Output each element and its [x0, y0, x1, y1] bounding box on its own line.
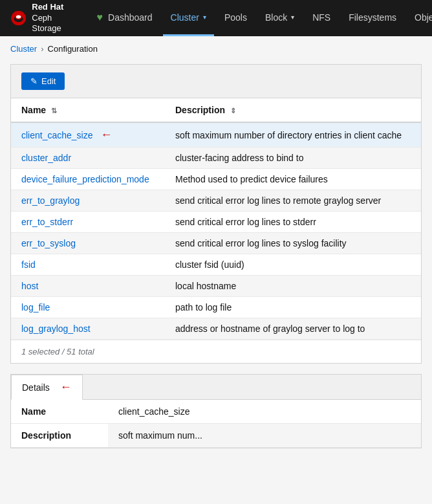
table-row[interactable]: err_to_stderrsend critical error log lin…	[11, 212, 421, 233]
table-cell-description: soft maximum number of directory entries…	[165, 122, 421, 148]
detail-label-description: Description	[11, 424, 108, 448]
redhat-logo-icon	[10, 6, 27, 30]
details-tabs: Details ←	[11, 375, 421, 400]
edit-icon: ✎	[30, 76, 38, 86]
details-content: Name client_cache_size Description soft …	[11, 400, 421, 448]
breadcrumb: Cluster › Configuration	[10, 44, 422, 54]
details-table: Name client_cache_size Description soft …	[11, 400, 421, 448]
table-row[interactable]: log_filepath to log file	[11, 297, 421, 318]
table-cell-description: Method used to predict device failures	[165, 169, 421, 190]
breadcrumb-parent[interactable]: Cluster	[10, 44, 37, 54]
nav-item-nfs[interactable]: NFS	[305, 0, 338, 36]
table-body: client_cache_size←soft maximum number of…	[11, 122, 421, 340]
cluster-dropdown-icon: ▾	[203, 14, 206, 21]
table-cell-name: err_to_stderr	[11, 212, 165, 233]
table-header-row: Name ⇅ Description ⇕	[11, 98, 421, 122]
config-table-section: ✎ Edit Name ⇅ Description ⇕	[10, 64, 422, 364]
table-row[interactable]: device_failure_prediction_modeMethod use…	[11, 169, 421, 190]
table-cell-name: err_to_graylog	[11, 190, 165, 212]
detail-value-description: soft maximum num...	[108, 424, 421, 448]
table-row[interactable]: fsidcluster fsid (uuid)	[11, 254, 421, 276]
nav-item-block[interactable]: Block ▾	[257, 0, 302, 36]
table-cell-name: err_to_syslog	[11, 233, 165, 254]
edit-button[interactable]: ✎ Edit	[21, 72, 65, 90]
col-header-name[interactable]: Name ⇅	[11, 98, 165, 122]
table-row[interactable]: client_cache_size←soft maximum number of…	[11, 122, 421, 148]
table-row[interactable]: cluster_addrcluster-facing address to bi…	[11, 148, 421, 169]
table-footer: 1 selected / 51 total	[11, 340, 421, 363]
topbar: Red Hat Ceph Storage ♥ Dashboard Cluster…	[0, 0, 432, 36]
page-content: Cluster › Configuration ✎ Edit Name ⇅ De…	[0, 36, 432, 456]
table-cell-description: path to log file	[165, 297, 421, 318]
nav-item-filesystems[interactable]: Filesystems	[341, 0, 404, 36]
logo: Red Hat Ceph Storage	[10, 2, 69, 35]
table-cell-description: cluster fsid (uuid)	[165, 254, 421, 276]
detail-row-name: Name client_cache_size	[11, 400, 421, 424]
block-dropdown-icon: ▾	[291, 14, 294, 21]
nav-item-pools[interactable]: Pools	[217, 0, 255, 36]
nav-item-dashboard[interactable]: ♥ Dashboard	[89, 0, 160, 36]
main-nav: ♥ Dashboard Cluster ▾ Pools Block ▾ NFS …	[89, 0, 432, 36]
heartbeat-icon: ♥	[97, 12, 103, 23]
table-cell-name: fsid	[11, 254, 165, 276]
table-toolbar: ✎ Edit	[11, 65, 421, 98]
description-sort-icon: ⇕	[230, 107, 236, 115]
detail-value-name: client_cache_size	[108, 400, 421, 424]
details-arrow-indicator: ←	[60, 380, 72, 394]
detail-label-name: Name	[11, 400, 108, 424]
row-arrow-indicator: ←	[101, 128, 113, 142]
breadcrumb-current: Configuration	[48, 44, 98, 54]
svg-point-3	[16, 16, 21, 19]
table-cell-description: send critical error log lines to stderr	[165, 212, 421, 233]
logo-text: Red Hat Ceph Storage	[32, 2, 68, 35]
breadcrumb-separator: ›	[41, 44, 43, 54]
nav-item-object-gateway[interactable]: Object Gateway ▾	[407, 0, 432, 36]
tab-details[interactable]: Details ←	[11, 375, 83, 400]
name-sort-icon: ⇅	[51, 107, 57, 115]
table-cell-name: cluster_addr	[11, 148, 165, 169]
table-cell-name: client_cache_size←	[11, 122, 165, 148]
col-header-description[interactable]: Description ⇕	[165, 98, 421, 122]
table-cell-name: device_failure_prediction_mode	[11, 169, 165, 190]
table-row[interactable]: hostlocal hostname	[11, 276, 421, 297]
detail-row-description: Description soft maximum num...	[11, 424, 421, 448]
table-row[interactable]: log_graylog_hostaddress or hostname of g…	[11, 318, 421, 340]
config-table: Name ⇅ Description ⇕ client_cache_size←s…	[11, 98, 421, 340]
table-cell-name: log_graylog_host	[11, 318, 165, 340]
table-cell-description: cluster-facing address to bind to	[165, 148, 421, 169]
table-row[interactable]: err_to_graylogsend critical error log li…	[11, 190, 421, 212]
table-cell-description: send critical error log lines to remote …	[165, 190, 421, 212]
table-cell-name: host	[11, 276, 165, 297]
nav-item-cluster[interactable]: Cluster ▾	[163, 0, 214, 36]
table-cell-name: log_file	[11, 297, 165, 318]
table-cell-description: send critical error log lines to syslog …	[165, 233, 421, 254]
table-row[interactable]: err_to_syslogsend critical error log lin…	[11, 233, 421, 254]
table-cell-description: address or hostname of graylog server to…	[165, 318, 421, 340]
table-cell-description: local hostname	[165, 276, 421, 297]
details-section: Details ← Name client_cache_size Descrip…	[10, 374, 422, 448]
